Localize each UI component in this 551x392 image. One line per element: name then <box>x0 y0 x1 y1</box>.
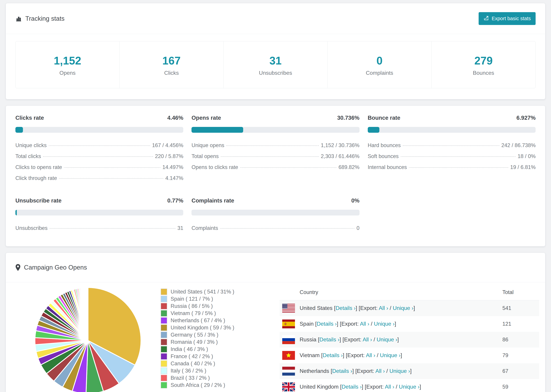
rate-row-label: Unique opens <box>191 142 224 148</box>
rate-row-label: Soft bounces <box>368 153 399 159</box>
rate-row: Soft bounces18 / 0% <box>368 151 536 162</box>
rate-block-opens-rate: Opens rate30.736%Unique opens1,152 / 30.… <box>191 115 359 184</box>
flag-nl-icon <box>282 367 295 376</box>
country-cell: Vietnam [Details ›] [Export: All › / Uni… <box>300 352 502 358</box>
dotted-leader <box>403 145 499 146</box>
total-cell: 541 <box>502 305 539 311</box>
rate-row-value: 14.497% <box>162 164 183 170</box>
export-all-link[interactable]: All › <box>366 352 375 358</box>
page: Tracking stats Export basic stats 1,152O… <box>0 0 551 392</box>
legend-swatch <box>161 368 167 374</box>
summary-stats: 1,152Opens167Clicks31Unsubscribes0Compla… <box>15 41 536 88</box>
legend-swatch <box>161 310 167 317</box>
rate-row-value: 1,152 / 30.736% <box>321 142 360 148</box>
dotted-leader <box>401 156 516 157</box>
country-cell: United Kingdom [Details ›] [Export: All … <box>300 384 502 390</box>
summary-value: 279 <box>431 54 536 67</box>
rate-row-value: 19 / 6.81% <box>510 164 536 170</box>
total-cell: 59 <box>502 384 539 390</box>
rate-value: 30.736% <box>337 115 359 121</box>
dotted-leader <box>220 228 354 229</box>
table-row-russia: Russia [Details ›] [Export: All › / Uniq… <box>280 332 539 348</box>
legend-item: France ( 42 / 2% ) <box>161 353 243 360</box>
legend-item: Italy ( 36 / 2% ) <box>161 367 243 374</box>
legend-label: Italy ( 36 / 2% ) <box>171 368 206 374</box>
details-link[interactable]: Details › <box>342 384 361 390</box>
dotted-leader <box>43 156 153 157</box>
export-all-link[interactable]: All › <box>385 384 394 390</box>
legend-item: India ( 46 / 3% ) <box>161 346 243 353</box>
rate-row-value: 167 / 4.456% <box>152 142 184 148</box>
export-unique-link[interactable]: Unique › <box>377 336 397 343</box>
legend-item: United States ( 541 / 31% ) <box>161 288 243 295</box>
rate-row-value: 220 / 5.87% <box>155 153 183 159</box>
rate-block-bounce-rate: Bounce rate6.927%Hard bounces242 / 86.73… <box>368 115 536 184</box>
details-link[interactable]: Details › <box>336 305 356 311</box>
rate-row: Opens to clicks rate689.82% <box>191 162 359 173</box>
rate-progress-bar <box>15 127 183 133</box>
dotted-leader <box>240 167 337 168</box>
rate-progress-fill <box>15 127 23 133</box>
details-link[interactable]: Details › <box>323 352 343 358</box>
flag-gb-icon <box>282 382 295 391</box>
details-link[interactable]: Details › <box>317 321 337 327</box>
export-all-link[interactable]: All › <box>363 336 372 343</box>
dotted-leader <box>409 167 508 168</box>
legend-item: Germany ( 55 / 3% ) <box>161 331 243 338</box>
header-divider <box>6 34 545 34</box>
total-cell: 79 <box>502 352 539 358</box>
rate-progress-bar <box>191 210 359 216</box>
export-icon <box>483 15 489 22</box>
rate-row-label: Complaints <box>191 225 218 231</box>
export-unique-link[interactable]: Unique › <box>399 384 420 390</box>
legend-swatch <box>161 382 167 388</box>
legend-item: Romania ( 49 / 3% ) <box>161 338 243 346</box>
flag-us-icon <box>282 304 295 313</box>
legend-item: Netherlands ( 67 / 4% ) <box>161 317 243 324</box>
rate-row-label: Unique clicks <box>15 142 47 148</box>
dotted-leader <box>59 178 163 179</box>
rate-row-label: Internal bounces <box>368 164 407 170</box>
legend-swatch <box>161 332 167 338</box>
legend-item: Spain ( 121 / 7% ) <box>161 295 243 302</box>
legend-swatch <box>161 317 167 324</box>
table-row-vietnam: Vietnam [Details ›] [Export: All › / Uni… <box>280 348 539 363</box>
export-unique-link[interactable]: Unique › <box>393 305 413 311</box>
rate-row-label: Unsubscribes <box>15 225 48 231</box>
rate-progress-fill <box>368 127 379 133</box>
summary-complaints: 0Complaints <box>327 41 431 88</box>
geo-header: Campaign Geo Opens <box>6 253 545 282</box>
total-cell: 121 <box>502 321 539 327</box>
geo-legend: United States ( 541 / 31% )Spain ( 121 /… <box>161 288 243 389</box>
export-button-label: Export basic stats <box>492 16 531 21</box>
dotted-leader <box>64 167 160 168</box>
rate-row-label: Hard bounces <box>368 142 401 148</box>
rate-row-value: 4.147% <box>165 175 183 181</box>
country-column-header: Country <box>280 289 502 295</box>
export-all-link[interactable]: All › <box>360 321 369 327</box>
details-link[interactable]: Details › <box>319 336 339 343</box>
geo-table-header: Country Total <box>280 286 539 300</box>
export-basic-stats-button[interactable]: Export basic stats <box>479 12 536 25</box>
geo-card: Campaign Geo Opens United States ( 541 /… <box>6 253 545 392</box>
export-unique-link[interactable]: Unique › <box>380 352 401 358</box>
export-unique-link[interactable]: Unique › <box>374 321 395 327</box>
details-link[interactable]: Details › <box>332 368 352 374</box>
rate-title: Complaints rate <box>191 197 234 204</box>
rate-row: Internal bounces19 / 6.81% <box>368 162 536 173</box>
export-unique-link[interactable]: Unique › <box>389 368 410 374</box>
legend-label: Brazil ( 33 / 2% ) <box>171 375 210 381</box>
country-cell: Russia [Details ›] [Export: All › / Uniq… <box>300 336 502 343</box>
rate-row: Hard bounces242 / 86.738% <box>368 140 536 151</box>
summary-clicks: 167Clicks <box>120 41 224 88</box>
table-row-united-states: United States [Details ›] [Export: All ›… <box>280 300 539 316</box>
rate-progress-bar <box>368 127 536 133</box>
summary-bounces: 279Bounces <box>431 41 536 88</box>
legend-item: Brazil ( 33 / 2% ) <box>161 374 243 382</box>
legend-swatch <box>161 360 167 367</box>
export-all-link[interactable]: All › <box>379 305 388 311</box>
export-all-link[interactable]: All › <box>375 368 385 374</box>
legend-label: France ( 42 / 2% ) <box>171 353 213 359</box>
flag-es-icon <box>282 320 295 328</box>
rate-progress-fill <box>15 210 17 216</box>
